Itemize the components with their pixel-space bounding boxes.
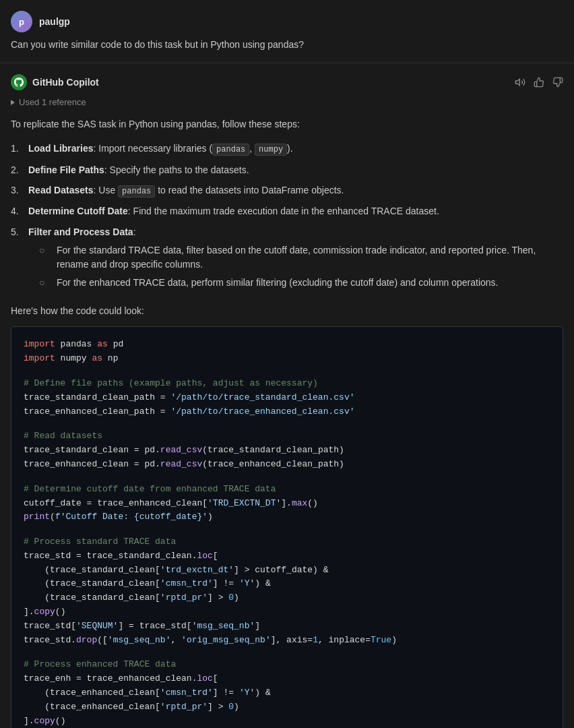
code-empty-2 bbox=[24, 419, 550, 429]
steps-list: Load Libraries: Import necessary librari… bbox=[11, 141, 563, 294]
pandas-code: pandas bbox=[212, 144, 249, 156]
code-line-12: # Process standard TRACE data bbox=[24, 535, 550, 549]
code-line-8: trace_enhanced_clean = pd.read_csv(trace… bbox=[24, 458, 550, 472]
sub-list: For the standard TRACE data, filter base… bbox=[28, 243, 563, 290]
user-message: Can you write similar code to do this ta… bbox=[11, 38, 563, 52]
code-line-9: # Determine cutoff date from enhanced TR… bbox=[24, 483, 550, 497]
sub-item-1: For the standard TRACE data, filter base… bbox=[39, 243, 563, 272]
code-line-22: (trace_enhanced_clean['cmsn_trd'] != 'Y'… bbox=[24, 686, 550, 700]
action-icons bbox=[515, 77, 563, 88]
sub-item-2: For the enhanced TRACE data, perform sim… bbox=[39, 276, 563, 290]
code-empty-5 bbox=[24, 647, 550, 658]
speaker-icon[interactable] bbox=[515, 77, 525, 88]
user-section: p paulgp Can you write similar code to d… bbox=[0, 0, 574, 63]
code-line-24: ].copy() bbox=[24, 715, 550, 728]
code-line-21: trace_enh = trace_enhanced_clean.loc[ bbox=[24, 672, 550, 686]
user-name: paulgp bbox=[39, 16, 70, 27]
intro-text: To replicate the SAS task in Python usin… bbox=[11, 117, 563, 131]
code-line-15: (trace_standard_clean['cmsn_trd'] != 'Y'… bbox=[24, 577, 550, 591]
numpy-code: numpy bbox=[255, 144, 287, 156]
step-2-content: Define File Paths: Specify the paths to … bbox=[28, 162, 249, 177]
code-line-17: ].copy() bbox=[24, 605, 550, 619]
assistant-section: GitHub Copilot bbox=[0, 63, 574, 728]
code-empty-4 bbox=[24, 524, 550, 535]
code-line-4: trace_standard_clean_path = '/path/to/tr… bbox=[24, 391, 550, 405]
avatar: p bbox=[11, 11, 32, 32]
code-empty-3 bbox=[24, 472, 550, 483]
code-line-10: cutoff_date = trace_enhanced_clean['TRD_… bbox=[24, 497, 550, 511]
thumbs-up-icon[interactable] bbox=[534, 77, 544, 88]
code-line-16: (trace_standard_clean['rptd_pr'] > 0) bbox=[24, 591, 550, 605]
step-2: Define File Paths: Specify the paths to … bbox=[11, 162, 563, 177]
step-4: Determine Cutoff Date: Find the maximum … bbox=[11, 204, 563, 218]
step-4-label: Determine Cutoff Date bbox=[28, 206, 128, 216]
code-line-13: trace_std = trace_standard_clean.loc[ bbox=[24, 549, 550, 564]
step-5: Filter and Process Data: For the standar… bbox=[11, 224, 563, 294]
reference-row[interactable]: Used 1 reference bbox=[11, 97, 563, 107]
code-line-1: import pandas as pd bbox=[24, 338, 550, 352]
step-1: Load Libraries: Import necessary librari… bbox=[11, 141, 563, 156]
svg-marker-0 bbox=[515, 79, 519, 85]
code-line-6: # Read datasets bbox=[24, 429, 550, 444]
step-2-label: Define File Paths bbox=[28, 164, 104, 175]
step-4-content: Determine Cutoff Date: Find the maximum … bbox=[28, 204, 439, 218]
code-line-20: # Process enhanced TRACE data bbox=[24, 658, 550, 672]
code-line-3: # Define file paths (example paths, adju… bbox=[24, 377, 550, 391]
code-block: import pandas as pd import numpy as np #… bbox=[11, 326, 563, 728]
avatar-initials: p bbox=[19, 17, 24, 27]
step-3: Read Datasets: Use pandas to read the da… bbox=[11, 183, 563, 198]
user-header: p paulgp bbox=[11, 11, 563, 32]
code-line-23: (trace_enhanced_clean['rptd_pr'] > 0) bbox=[24, 700, 550, 715]
chevron-right-icon bbox=[11, 100, 15, 105]
code-line-14: (trace_standard_clean['trd_exctn_dt'] > … bbox=[24, 564, 550, 578]
code-line-18: trace_std['SEQNUM'] = trace_std['msg_seq… bbox=[24, 619, 550, 634]
step-3-label: Read Datasets bbox=[28, 185, 94, 195]
code-line-19: trace_std.drop(['msg_seq_nb', 'orig_msg_… bbox=[24, 634, 550, 648]
code-line-11: print(f'Cutoff Date: {cutoff_date}') bbox=[24, 510, 550, 524]
step-1-content: Load Libraries: Import necessary librari… bbox=[28, 141, 293, 156]
copilot-icon bbox=[11, 74, 27, 90]
code-line-5: trace_enhanced_clean_path = '/path/to/tr… bbox=[24, 405, 550, 419]
step-3-content: Read Datasets: Use pandas to read the da… bbox=[28, 183, 344, 198]
assistant-header: GitHub Copilot bbox=[11, 74, 563, 90]
reference-text: Used 1 reference bbox=[19, 97, 86, 107]
copilot-name: GitHub Copilot bbox=[32, 77, 99, 88]
step-5-label: Filter and Process Data bbox=[28, 226, 133, 237]
code-line-2: import numpy as np bbox=[24, 352, 550, 366]
pandas-inline-code: pandas bbox=[118, 185, 155, 198]
step-1-label: Load Libraries bbox=[28, 143, 93, 154]
step-5-content: Filter and Process Data: For the standar… bbox=[28, 224, 563, 294]
code-line-7: trace_standard_clean = pd.read_csv(trace… bbox=[24, 444, 550, 458]
thumbs-down-icon[interactable] bbox=[552, 77, 563, 88]
how-text: Here's how the code could look: bbox=[11, 303, 563, 318]
assistant-header-left: GitHub Copilot bbox=[11, 74, 99, 90]
code-empty-1 bbox=[24, 366, 550, 377]
